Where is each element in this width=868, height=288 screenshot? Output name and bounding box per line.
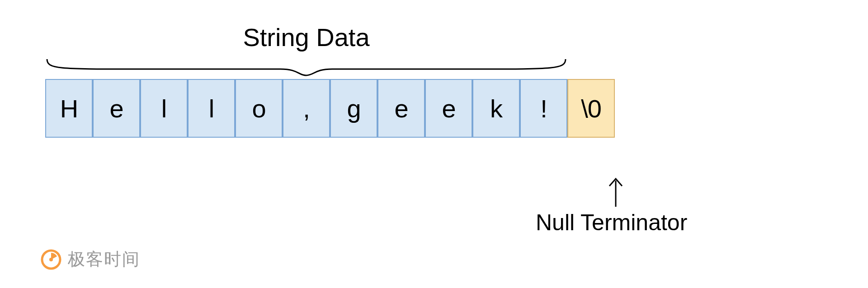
char-cell: ! xyxy=(520,79,567,138)
char-cell: e xyxy=(377,79,425,138)
char-array-row: H e l l o , g e e k ! \0 xyxy=(45,79,823,138)
char-cell: k xyxy=(472,79,520,138)
null-terminator-cell: \0 xyxy=(567,79,615,138)
char-cell: l xyxy=(140,79,188,138)
char-cell: e xyxy=(425,79,472,138)
watermark: 极客时间 xyxy=(41,248,140,271)
svg-point-2 xyxy=(49,258,53,261)
null-terminator-label: Null Terminator xyxy=(536,209,748,236)
brace-icon xyxy=(45,56,567,76)
string-data-title: String Data xyxy=(45,23,567,52)
char-cell: e xyxy=(93,79,140,138)
arrow-up-icon xyxy=(592,176,640,208)
string-diagram: String Data H e l l o , g e e k ! \0 Nul… xyxy=(45,23,823,138)
char-cell: l xyxy=(188,79,235,138)
watermark-text: 极客时间 xyxy=(68,248,140,271)
geektime-logo-icon xyxy=(41,249,61,270)
char-cell: H xyxy=(45,79,93,138)
char-cell: g xyxy=(330,79,377,138)
char-cell: , xyxy=(283,79,330,138)
char-cell: o xyxy=(235,79,283,138)
null-terminator-annotation: Null Terminator xyxy=(522,176,748,236)
